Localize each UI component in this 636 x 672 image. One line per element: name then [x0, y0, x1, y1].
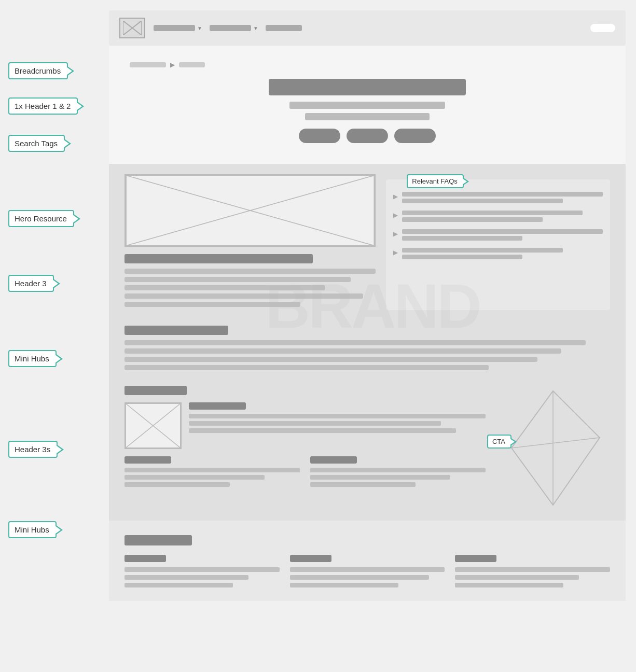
label-search-tags: Search Tags: [8, 135, 65, 152]
h3s-title-2: [310, 456, 357, 464]
hero-title-bar: [125, 254, 313, 263]
tag-3[interactable]: [394, 129, 436, 143]
h3s-text-1b: [125, 475, 265, 480]
hero-image: [125, 174, 376, 247]
faq-line-2b: [402, 217, 543, 222]
header3-section: [109, 320, 626, 377]
bmh-line-1c: [125, 583, 233, 587]
breadcrumb-item-2: [179, 62, 205, 67]
bmh-col-title-1: [125, 555, 166, 562]
h3s-text-1a: [125, 468, 300, 472]
h3s-text-2b: [310, 475, 450, 480]
hero-resource-section: Relevant FAQs ▶ ▶: [109, 164, 626, 320]
faq-lines-3: [402, 229, 603, 243]
header2-bar-2: [305, 113, 430, 120]
nav-link-2[interactable]: ▼: [210, 25, 258, 31]
header1-bar: [269, 79, 466, 95]
label-header1and2: 1x Header 1 & 2: [8, 97, 78, 115]
label-header3s: Header 3s: [8, 441, 58, 458]
bmh-col-3: [455, 555, 610, 591]
bmh-col-title-2: [290, 555, 331, 562]
nav-link-1[interactable]: ▼: [154, 25, 202, 31]
header3s-bars: [125, 456, 486, 489]
hero-left: [125, 174, 376, 310]
hero-image-placeholder-svg: [126, 175, 375, 246]
bmh-line-2a: [290, 567, 445, 572]
header3-text-1: [125, 340, 586, 345]
nav-link-3[interactable]: [266, 25, 302, 31]
faq-chevron-1: ▶: [393, 193, 398, 200]
bmh-line-1a: [125, 567, 280, 572]
nav-chevron-2: ▼: [253, 25, 258, 31]
faq-row-4: ▶: [393, 248, 603, 261]
faq-lines-1: [402, 192, 603, 205]
bmh-col-2: [290, 555, 445, 591]
h3s-col-2: [310, 456, 486, 489]
mini-hub-card: [125, 402, 486, 449]
label-mini-hubs-1: Mini Hubs: [8, 350, 57, 367]
label-hero-resource: Hero Resource: [8, 210, 74, 227]
nav-logo: [119, 18, 145, 38]
mini-hubs-section: CTA: [109, 377, 626, 521]
tag-1[interactable]: [299, 129, 340, 143]
svg-line-11: [511, 438, 600, 448]
hero-text-5: [125, 302, 300, 307]
main-content: Relevant FAQs ▶ ▶: [109, 164, 626, 601]
nav-pill-2: [210, 25, 251, 31]
nav-chevron-1: ▼: [197, 25, 202, 31]
bmh-grid: [125, 555, 610, 591]
h3s-title-1: [125, 456, 171, 464]
svg-marker-9: [511, 391, 600, 505]
tag-2[interactable]: [347, 129, 388, 143]
bmh-line-2b: [290, 575, 430, 580]
label-mini-hubs-2: Mini Hubs: [8, 521, 57, 538]
faq-row-2: ▶: [393, 211, 603, 224]
breadcrumb-row: ▶: [130, 61, 605, 68]
mini-hubs-left: [125, 386, 486, 510]
header3-text-2: [125, 348, 561, 354]
mh-text-3: [189, 428, 456, 433]
hero-right-faqs: Relevant FAQs ▶ ▶: [386, 179, 610, 310]
header3s-section: [125, 456, 486, 489]
faq-line-4a: [402, 248, 562, 253]
faq-lines-2: [402, 211, 603, 224]
bmh-section-title: [125, 535, 192, 545]
mini-hub-image: [125, 402, 182, 449]
faq-row-3: ▶: [393, 229, 603, 243]
labels-column: Breadcrumbs 1x Header 1 & 2 Search Tags …: [0, 10, 109, 601]
nav-pill-3: [266, 25, 302, 31]
faq-lines-4: [402, 248, 603, 261]
faq-line-3b: [402, 236, 522, 241]
label-breadcrumbs: Breadcrumbs: [8, 62, 68, 79]
bmh-line-3c: [455, 583, 563, 587]
h3s-text-1c: [125, 482, 230, 487]
hero-text-3: [125, 285, 325, 290]
nav-cta-button[interactable]: [590, 24, 615, 32]
cta-image-svg: [501, 386, 605, 510]
faq-line-1a: [402, 192, 603, 197]
faq-label: Relevant FAQs: [407, 174, 463, 188]
faq-chevron-4: ▶: [393, 249, 398, 256]
h3s-col-1: [125, 456, 300, 489]
logo-icon: [123, 21, 142, 35]
faq-line-1b: [402, 199, 562, 203]
faq-chevron-2: ▶: [393, 212, 398, 219]
bottom-mini-hubs-section: [109, 525, 626, 601]
hero-text-2: [125, 277, 351, 282]
hero-section: ▶: [109, 46, 626, 164]
mh-text-1: [189, 414, 486, 418]
bmh-col-title-3: [455, 555, 496, 562]
nav-pill-1: [154, 25, 195, 31]
faq-chevron-3: ▶: [393, 230, 398, 237]
label-header3: Header 3: [8, 275, 54, 292]
faq-line-4b: [402, 255, 522, 259]
mh-title-bar: [189, 402, 246, 410]
breadcrumb-separator: ▶: [170, 61, 175, 68]
header2-bar-1: [289, 102, 445, 109]
breadcrumb-item-1: [130, 62, 166, 67]
header3-title: [125, 326, 228, 335]
content-column: ▼ ▼ ▶: [109, 10, 636, 601]
header3-text-4: [125, 365, 489, 370]
mini-hubs-section-title: [125, 386, 187, 395]
h3s-text-2c: [310, 482, 416, 487]
